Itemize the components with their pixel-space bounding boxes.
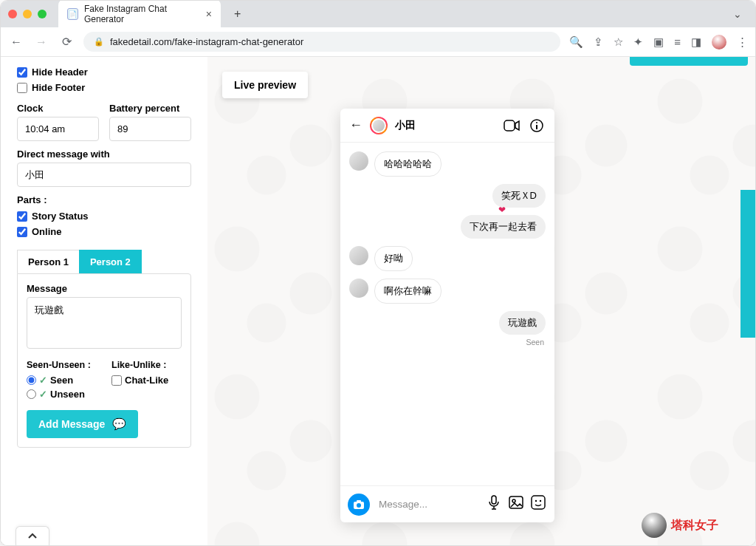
- menu-icon[interactable]: ⋮: [737, 35, 748, 49]
- add-message-button[interactable]: Add Message 💬: [27, 410, 138, 438]
- tab-overflow-icon[interactable]: ⌄: [727, 8, 748, 20]
- battery-input[interactable]: [109, 117, 191, 141]
- side-panel-icon[interactable]: ◨: [691, 35, 701, 49]
- message-label: Message: [27, 283, 182, 294]
- message-input-bar: Message...: [340, 485, 554, 522]
- maximize-window-button[interactable]: [38, 10, 47, 18]
- unseen-radio[interactable]: ✓ Unseen: [27, 387, 97, 401]
- preview-area: Live preview ← 小田 哈哈哈哈哈: [207, 57, 755, 545]
- expand-button[interactable]: [16, 526, 49, 545]
- message-avatar: [349, 246, 368, 265]
- tab-person-2[interactable]: Person 2: [79, 250, 142, 273]
- chat-messages: 哈哈哈哈哈 笑死ＸD ❤ 下次再一起去看 好呦: [340, 143, 554, 485]
- bookmark-icon[interactable]: ☆: [614, 35, 623, 49]
- svg-rect-6: [357, 500, 361, 502]
- image-icon[interactable]: [507, 496, 525, 513]
- close-tab-icon[interactable]: ×: [206, 8, 212, 20]
- favicon-icon: 📄: [67, 8, 78, 20]
- svg-point-9: [512, 499, 515, 502]
- message-bubble: 啊你在幹嘛: [374, 279, 441, 304]
- message-textarea[interactable]: [27, 297, 182, 349]
- battery-label: Battery percent: [109, 103, 191, 114]
- address-bar: ← → ⟳ 🔒 fakedetail.com/fake-instagram-ch…: [1, 27, 755, 57]
- new-tab-button[interactable]: +: [227, 7, 248, 21]
- seen-radio[interactable]: ✓ Seen: [27, 373, 97, 387]
- story-status-checkbox[interactable]: Story Status: [17, 208, 191, 224]
- back-button[interactable]: ←: [8, 35, 24, 49]
- svg-rect-7: [492, 496, 496, 504]
- lock-icon: 🔒: [94, 37, 104, 47]
- seen-label: Seen: [526, 338, 544, 347]
- contact-avatar[interactable]: [370, 117, 388, 134]
- svg-rect-3: [536, 125, 537, 129]
- heart-icon: ❤: [498, 205, 506, 215]
- chat-bubble-icon: 💬: [112, 417, 126, 431]
- message-avatar: [349, 279, 368, 298]
- svg-point-5: [357, 503, 361, 508]
- url-field[interactable]: 🔒 fakedetail.com/fake-instagram-chat-gen…: [83, 32, 560, 52]
- traffic-lights: [8, 10, 52, 18]
- profile-avatar[interactable]: [712, 35, 726, 50]
- clock-label: Clock: [17, 103, 99, 114]
- online-checkbox[interactable]: Online: [17, 224, 191, 239]
- svg-rect-10: [532, 496, 545, 509]
- message-bubble: 好呦: [374, 246, 413, 271]
- brand-logo: 塔科女子: [642, 513, 718, 538]
- browser-tab[interactable]: 📄 Fake Instagram Chat Generator ×: [58, 0, 221, 29]
- accent-bar: [630, 57, 748, 66]
- seen-unseen-label: Seen-Unseen :: [27, 360, 97, 370]
- close-window-button[interactable]: [8, 10, 17, 18]
- message-input[interactable]: Message...: [374, 499, 481, 510]
- hide-footer-checkbox[interactable]: Hide Footer: [17, 80, 191, 95]
- forward-button[interactable]: →: [33, 35, 49, 49]
- reading-list-icon[interactable]: ≡: [674, 35, 681, 48]
- minimize-window-button[interactable]: [23, 10, 32, 18]
- brand-text: 塔科女子: [671, 518, 718, 533]
- brand-avatar-icon: [642, 513, 667, 538]
- url-text: fakedetail.com/fake-instagram-chat-gener…: [110, 36, 303, 47]
- message-bubble: 哈哈哈哈哈: [374, 151, 441, 177]
- message-row-in: 啊你在幹嘛: [349, 279, 546, 304]
- live-preview-badge: Live preview: [222, 72, 308, 98]
- parts-label: Parts :: [17, 194, 191, 205]
- back-arrow-icon[interactable]: ←: [349, 117, 362, 133]
- svg-point-12: [540, 500, 541, 502]
- message-bubble: 笑死ＸD ❤: [492, 184, 546, 208]
- message-bubble: 下次再一起去看: [461, 215, 546, 239]
- info-icon[interactable]: [528, 117, 546, 134]
- check-icon: ✓: [39, 375, 47, 386]
- microphone-icon[interactable]: [485, 495, 503, 513]
- message-row-in: 好呦: [349, 246, 546, 271]
- svg-point-11: [535, 500, 537, 502]
- message-bubble: 玩遊戲: [499, 311, 546, 335]
- settings-sidebar: Hide Header Hide Footer Clock Battery pe…: [1, 57, 207, 545]
- sticker-icon[interactable]: [529, 495, 547, 513]
- camera-icon[interactable]: [348, 494, 370, 516]
- window-titlebar: 📄 Fake Instagram Chat Generator × + ⌄: [1, 1, 755, 27]
- phone-preview: ← 小田 哈哈哈哈哈: [340, 109, 554, 522]
- tab-title: Fake Instagram Chat Generator: [84, 4, 200, 24]
- share-icon[interactable]: ⇪: [594, 35, 603, 49]
- extensions-icon[interactable]: ✦: [633, 35, 643, 49]
- tab-person-1[interactable]: Person 1: [17, 250, 79, 273]
- message-avatar: [349, 151, 368, 171]
- check-icon: ✓: [39, 389, 47, 400]
- dm-input[interactable]: [17, 163, 191, 187]
- chat-like-checkbox[interactable]: Chat-Like: [111, 373, 182, 387]
- cast-icon[interactable]: ▣: [653, 35, 664, 49]
- contact-name: 小田: [395, 119, 495, 132]
- like-unlike-label: Like-Unlike :: [111, 360, 182, 370]
- clock-input[interactable]: [17, 117, 99, 141]
- video-call-icon[interactable]: [503, 117, 520, 134]
- message-row-in: 哈哈哈哈哈: [349, 151, 546, 177]
- search-icon[interactable]: 🔍: [569, 35, 583, 49]
- dm-label: Direct message with: [17, 149, 191, 160]
- svg-rect-0: [504, 120, 515, 131]
- message-row-out: 玩遊戲: [349, 311, 546, 335]
- svg-point-2: [536, 122, 537, 123]
- accent-side: [740, 190, 755, 338]
- hide-header-checkbox[interactable]: Hide Header: [17, 64, 191, 80]
- reload-button[interactable]: ⟳: [58, 35, 75, 49]
- message-row-out: 笑死ＸD ❤: [349, 184, 546, 208]
- message-row-out: 下次再一起去看: [349, 215, 546, 239]
